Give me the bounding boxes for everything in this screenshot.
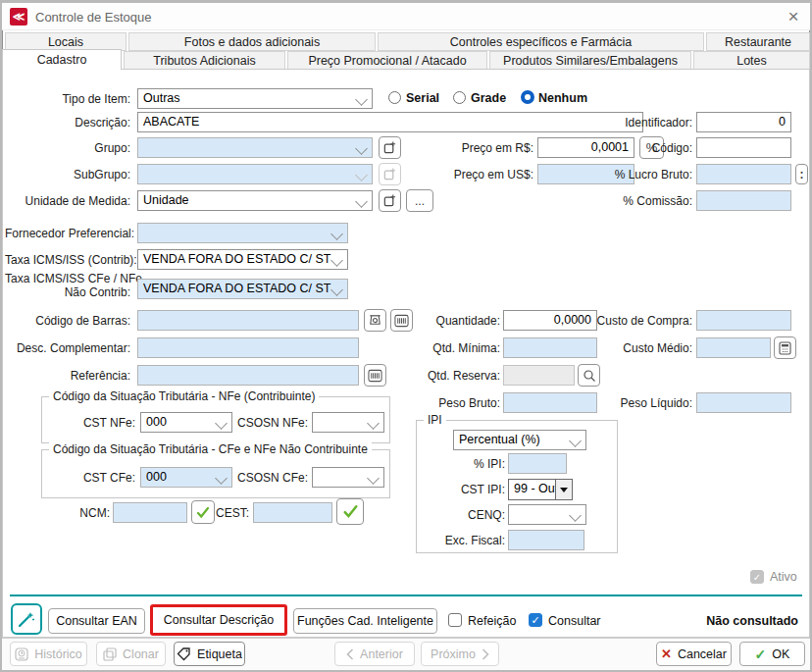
cst-cfe-select[interactable]: 000 [140, 467, 232, 488]
add-subgrupo-button[interactable] [379, 163, 401, 185]
referencia-input[interactable] [137, 365, 359, 386]
radio-grade[interactable] [453, 91, 466, 104]
ipi-pct-input[interactable] [508, 453, 567, 474]
chevron-right-icon [482, 648, 489, 660]
codigo-input[interactable] [696, 137, 791, 158]
tab-fotos-dados-adicionais[interactable]: Fotos e dados adicionais [128, 32, 376, 51]
scale-button[interactable] [364, 309, 386, 332]
ipi-cst-select[interactable]: 99 - Outras [508, 479, 573, 500]
ipi-exc-input[interactable] [508, 530, 584, 550]
anterior-button[interactable]: Anterior [334, 642, 415, 666]
peso-bruto-label: Peso Bruto: [402, 396, 500, 410]
qtd-minima-input[interactable] [503, 337, 597, 358]
peso-liquido-label: Peso Líquido: [588, 396, 692, 410]
tab-label: Controles específicos e Farmácia [450, 35, 633, 49]
etiqueta-button[interactable]: Etiqueta [174, 642, 245, 666]
ativo-label: Ativo [770, 570, 797, 584]
tab-produtos-similares[interactable]: Produtos Similares/Embalagens [489, 51, 691, 70]
proximo-button[interactable]: Próximo [421, 642, 499, 666]
tag-icon [177, 647, 191, 661]
tab-tributos-adicionais[interactable]: Tributos Adicionais [124, 51, 285, 70]
chevron-down-icon [330, 254, 343, 267]
tipo-item-select[interactable]: Outras [137, 88, 373, 109]
magic-wand-button[interactable] [11, 603, 42, 635]
chevron-down-icon [355, 93, 368, 106]
grupo-select[interactable] [137, 137, 373, 158]
tab-restaurante[interactable]: Restaurante [706, 32, 810, 51]
custo-medio-input[interactable] [696, 337, 771, 358]
ellipsis-icon: ... [415, 194, 425, 208]
ipi-modo-select[interactable]: Percentual (%) [453, 430, 586, 450]
custo-compra-input[interactable] [696, 310, 791, 331]
barcode-button-2[interactable] [364, 364, 386, 387]
unidade-ellipsis-button[interactable]: ... [406, 189, 433, 212]
taxa-nao-contrib-select[interactable]: VENDA FORA DO ESTADO C/ ST [137, 279, 348, 299]
peso-bruto-input[interactable] [503, 392, 597, 413]
comissao-label: % Comissão: [588, 194, 692, 208]
descricao-input[interactable]: ABACATE [137, 112, 643, 132]
ncm-input[interactable] [113, 502, 187, 523]
add-unidade-button[interactable] [379, 189, 401, 212]
history-clock-icon [15, 647, 28, 661]
funcoes-cad-inteligente-button[interactable]: Funções Cad. Inteligente [293, 608, 437, 634]
radio-grade-label: Grade [471, 91, 506, 105]
ipi-cst-label: CST IPI: [436, 483, 505, 496]
button-label: Anterior [360, 647, 403, 661]
close-icon[interactable]: × [783, 6, 804, 27]
historico-button[interactable]: Histórico [10, 642, 87, 666]
consultar-descricao-button[interactable]: Consultar Descrição [150, 604, 287, 636]
consultar-checkbox[interactable]: ✓ [529, 613, 542, 627]
taxa-contrib-select[interactable]: VENDA FORA DO ESTADO C/ ST [137, 249, 348, 270]
tipo-item-label: Tipo de Item: [5, 92, 130, 106]
radio-serial[interactable] [388, 91, 401, 104]
lucro-more-button[interactable]: : [795, 164, 808, 184]
taxa-nao-contrib-label-line2: Não Contrib: [65, 285, 130, 299]
cest-validate-button[interactable] [336, 498, 364, 525]
subgrupo-select[interactable] [137, 164, 373, 184]
radio-nenhum[interactable] [521, 90, 534, 104]
radio-nenhum-label: Nenhum [538, 91, 587, 105]
fornecedor-label: Fornecedor Preferencial: [5, 227, 130, 240]
preco-us-label: Preço em US$: [431, 168, 533, 181]
add-grupo-button[interactable] [379, 136, 401, 159]
button-label: Clonar [123, 647, 159, 661]
identificador-label: Identificador: [588, 116, 692, 129]
tab-controles-especificos[interactable]: Controles específicos e Farmácia [378, 32, 704, 51]
button-label: Consultar EAN [56, 614, 137, 628]
unidade-select[interactable]: Unidade [137, 190, 373, 211]
tab-preco-promocional[interactable]: Preço Promocional / Atacado [287, 51, 487, 70]
consultar-ean-button[interactable]: Consultar EAN [48, 608, 145, 634]
csosn-nfe-select[interactable] [312, 412, 384, 433]
cst-nfe-select[interactable]: 000 [140, 412, 232, 433]
tab-lotes[interactable]: Lotes [693, 51, 810, 70]
calculator-button[interactable] [774, 336, 796, 359]
search-reserva-button[interactable] [578, 364, 600, 387]
refeicao-checkbox[interactable] [448, 613, 462, 627]
ok-button[interactable]: ✓ OK [739, 642, 805, 666]
clonar-button[interactable]: Clonar [96, 642, 166, 666]
qtd-minima-label: Qtd. Mínima: [402, 341, 500, 355]
desc-complementar-input[interactable] [137, 337, 359, 358]
cod-barras-input[interactable] [137, 310, 359, 331]
ipi-exc-label: Exc. Fiscal: [427, 534, 505, 547]
tab-cadastro[interactable]: Cadastro [2, 49, 122, 70]
ipi-cenq-select[interactable] [508, 504, 586, 525]
cest-input[interactable] [253, 502, 332, 523]
fornecedor-select[interactable] [137, 223, 348, 243]
comissao-input[interactable] [696, 190, 791, 211]
check-icon [342, 504, 359, 519]
csosn-cfe-select[interactable] [312, 467, 384, 488]
tipo-item-value: Outras [143, 91, 180, 105]
refeicao-label: Refeição [468, 614, 516, 628]
cancelar-button[interactable]: ✕ Cancelar [656, 642, 732, 666]
taxa-nao-contrib-label: Taxa ICMS/ISS CFe / NFeNão Contrib: [5, 272, 130, 299]
ipi-cenq-label: CENQ: [436, 508, 505, 522]
lucro-bruto-input[interactable] [696, 164, 791, 184]
quantidade-input[interactable]: 0,0000 [503, 310, 597, 331]
more-options-icon: : [800, 168, 804, 181]
identificador-input[interactable]: 0 [696, 112, 791, 132]
cst-nfe-value: 000 [146, 415, 167, 429]
new-item-icon [382, 193, 397, 208]
peso-liquido-input[interactable] [696, 392, 791, 413]
dropdown-button[interactable] [555, 480, 572, 499]
